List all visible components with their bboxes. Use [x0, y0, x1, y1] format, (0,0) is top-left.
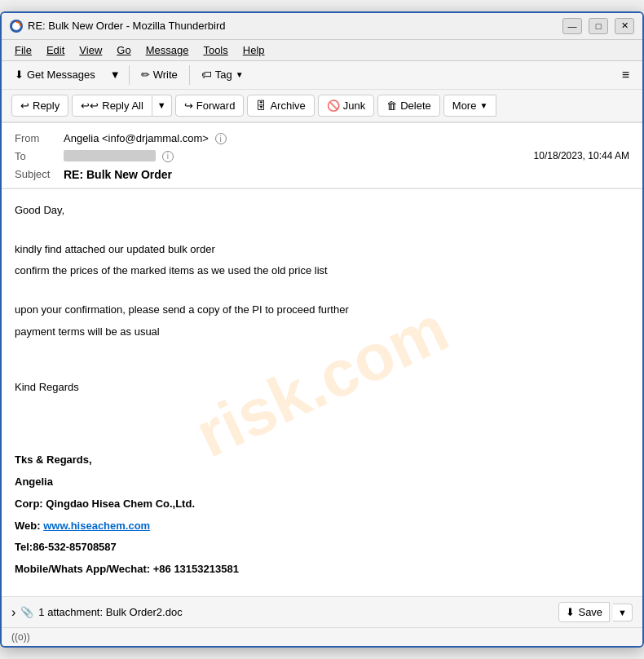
body-line2: confirm the prices of the marked items a… — [15, 263, 629, 280]
save-icon: ⬇ — [566, 606, 575, 618]
subject-row: Subject RE: Bulk New Order — [15, 165, 629, 184]
email-date: 10/18/2023, 10:44 AM — [534, 150, 629, 161]
get-messages-dropdown[interactable]: ▼ — [107, 65, 124, 84]
to-label: To — [15, 150, 64, 162]
reply-button[interactable]: ↩ Reply — [11, 95, 68, 117]
archive-icon: 🗄 — [256, 100, 267, 112]
forward-button[interactable]: ↪ Forward — [175, 95, 245, 117]
from-value: Angelia <info@drjammal.com> i — [64, 132, 629, 145]
website-link[interactable]: www.hiseachem.com — [43, 520, 150, 532]
get-messages-button[interactable]: ⬇ Get Messages — [8, 65, 102, 84]
forward-icon: ↪ — [184, 100, 193, 112]
from-info-icon[interactable]: i — [215, 133, 227, 144]
to-info-icon[interactable]: i — [162, 151, 174, 162]
sig-line5: Tel:86-532-85708587 — [15, 539, 629, 556]
reply-all-dropdown[interactable]: ▼ — [152, 95, 172, 117]
more-group: More ▼ — [443, 95, 497, 117]
subject-value: RE: Bulk New Order — [64, 168, 172, 181]
tag-icon: 🏷 — [201, 69, 212, 81]
main-toolbar: ⬇ Get Messages ▼ ✏ Write 🏷 Tag ▼ ≡ — [2, 61, 642, 90]
email-body: risk.com Good Day, kindly find attached … — [2, 189, 642, 596]
menu-help[interactable]: Help — [236, 42, 271, 59]
reply-all-button[interactable]: ↩↩ Reply All — [72, 95, 152, 117]
body-line1: kindly find attached our updated bulk or… — [15, 241, 629, 259]
junk-button[interactable]: 🚫 Junk — [318, 95, 374, 117]
sig-line3: Corp: Qingdao Hisea Chem Co.,Ltd. — [15, 496, 629, 513]
kind-regards: Kind Regards — [15, 379, 629, 396]
email-body-content: Good Day, kindly find attached our updat… — [15, 202, 629, 578]
connection-icon: ((o)) — [11, 631, 30, 643]
get-messages-icon: ⬇ — [15, 69, 24, 81]
more-button[interactable]: More ▼ — [443, 95, 497, 117]
attachment-bar: › 📎 1 attachment: Bulk Order2.doc ⬇ Save… — [2, 596, 642, 627]
delete-icon: 🗑 — [386, 100, 397, 112]
menu-message[interactable]: Message — [139, 42, 196, 59]
email-headers: From Angelia <info@drjammal.com> i To i … — [2, 123, 642, 188]
sig-line1: Tks & Regards, — [15, 452, 629, 469]
minimize-button[interactable]: — — [562, 18, 582, 34]
greeting: Good Day, — [15, 202, 629, 219]
reply-all-icon: ↩↩ — [81, 100, 99, 112]
from-label: From — [15, 132, 64, 144]
hamburger-menu[interactable]: ≡ — [615, 64, 636, 86]
sig-line6: Mobile/Whats App/Wechat: +86 13153213581 — [15, 561, 629, 578]
window-title: RE: Bulk New Order - Mozilla Thunderbird — [28, 20, 226, 32]
recipient-redacted — [64, 150, 156, 161]
thunderbird-icon — [10, 20, 23, 33]
menu-tools[interactable]: Tools — [196, 42, 234, 59]
sig-line2: Angelia — [15, 474, 629, 491]
reply-icon: ↩ — [20, 100, 29, 112]
menu-edit[interactable]: Edit — [40, 42, 71, 59]
write-icon: ✏ — [141, 69, 150, 81]
attachment-text: 1 attachment: Bulk Order2.doc — [38, 606, 182, 618]
to-row: To i 10/18/2023, 10:44 AM — [15, 147, 629, 165]
paperclip-icon: 📎 — [20, 606, 33, 618]
save-button[interactable]: ⬇ Save — [558, 602, 610, 622]
tag-button[interactable]: 🏷 Tag ▼ — [195, 65, 250, 84]
body-line4: payment terms will be as usual — [15, 324, 629, 341]
menu-go[interactable]: Go — [110, 42, 137, 59]
title-bar: RE: Bulk New Order - Mozilla Thunderbird… — [2, 13, 642, 40]
reply-all-group: ↩↩ Reply All ▼ — [72, 95, 171, 117]
from-row: From Angelia <info@drjammal.com> i — [15, 130, 629, 148]
to-value: i — [64, 149, 534, 162]
save-dropdown[interactable]: ▼ — [613, 604, 633, 621]
menu-view[interactable]: View — [73, 42, 108, 59]
window-controls: — □ ✕ — [562, 18, 634, 34]
maximize-button[interactable]: □ — [589, 18, 608, 34]
sig-line4: Web: www.hiseachem.com — [15, 518, 629, 535]
write-button[interactable]: ✏ Write — [135, 65, 184, 84]
main-window: RE: Bulk New Order - Mozilla Thunderbird… — [0, 11, 644, 648]
delete-button[interactable]: 🗑 Delete — [377, 95, 440, 117]
toolbar-separator — [129, 65, 130, 85]
close-button[interactable]: ✕ — [615, 18, 634, 34]
toolbar-separator-2 — [189, 65, 190, 85]
attachment-actions: ⬇ Save ▼ — [558, 602, 633, 622]
archive-button[interactable]: 🗄 Archive — [247, 95, 314, 117]
menu-file[interactable]: File — [8, 42, 38, 59]
subject-label: Subject — [15, 168, 64, 180]
title-bar-left: RE: Bulk New Order - Mozilla Thunderbird — [10, 20, 226, 33]
junk-icon: 🚫 — [327, 100, 340, 112]
status-bar: ((o)) — [2, 627, 642, 646]
expand-icon[interactable]: › — [11, 605, 15, 620]
body-line3: upon your confirmation, please send a co… — [15, 302, 629, 319]
action-bar: ↩ Reply ↩↩ Reply All ▼ ↪ Forward 🗄 Archi… — [2, 90, 642, 122]
menu-bar: File Edit View Go Message Tools Help — [2, 40, 642, 61]
attachment-info: › 📎 1 attachment: Bulk Order2.doc — [11, 605, 183, 620]
